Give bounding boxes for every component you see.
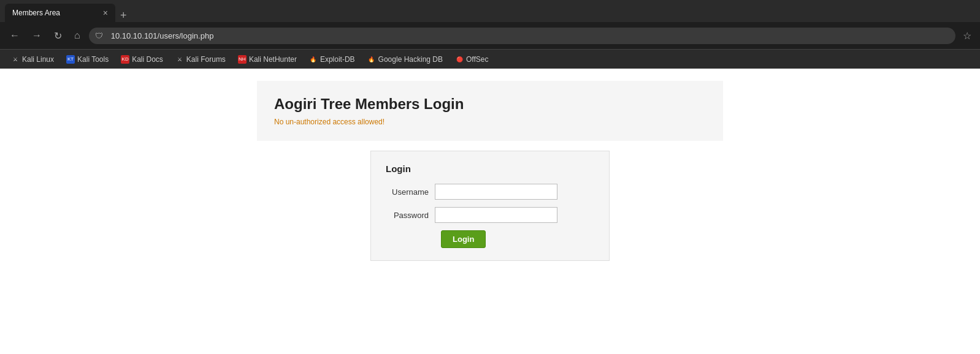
login-box: Login Username Password Login [370,151,610,261]
bookmark-kali-tools[interactable]: KT Kali Tools [61,53,113,66]
bookmark-label-kali-nethunter: Kali NetHunter [249,55,297,64]
active-tab[interactable]: Members Area × [5,4,115,22]
password-label: Password [386,211,435,220]
reload-button[interactable]: ↻ [50,28,66,44]
login-button[interactable]: Login [441,230,486,248]
address-bar-wrapper: 🛡 [89,28,955,44]
bookmark-star-button[interactable]: ☆ [960,28,974,44]
bookmark-favicon-kali-forums: ⚔ [175,55,184,64]
bookmark-favicon-kali-tools: KT [66,55,75,64]
bookmark-kali-linux[interactable]: ⚔ Kali Linux [6,53,59,66]
bookmarks-bar: ⚔ Kali Linux KT Kali Tools KD Kali Docs … [0,49,980,69]
bookmark-label-exploit-db: Exploit-DB [320,55,355,64]
bookmark-exploit-db[interactable]: 🔥 Exploit-DB [304,53,360,66]
page-subtitle: No un-authorized access allowed! [274,118,706,126]
bookmark-label-kali-forums: Kali Forums [186,55,226,64]
tab-strip: Members Area × + [5,0,132,22]
bookmark-favicon-google-hacking: 🔥 [367,55,376,64]
username-label: Username [386,187,435,197]
bookmark-label-kali-linux: Kali Linux [22,55,54,64]
home-button[interactable]: ⌂ [71,28,84,43]
password-input[interactable] [435,207,557,223]
address-input[interactable] [89,28,955,44]
form-button-row: Login [386,230,594,248]
bookmark-label-offsec: OffSec [466,55,488,64]
forward-button[interactable]: → [28,28,45,43]
bookmark-offsec[interactable]: 🔴 OffSec [450,53,493,66]
bookmark-kali-nethunter[interactable]: NH Kali NetHunter [233,53,302,66]
bookmark-favicon-kali-docs: KD [121,55,129,64]
bookmark-kali-docs[interactable]: KD Kali Docs [116,53,168,66]
bookmark-kali-forums[interactable]: ⚔ Kali Forums [170,53,231,66]
username-input[interactable] [435,184,557,200]
password-row: Password [386,207,594,223]
username-row: Username [386,184,594,200]
page-content: Aogiri Tree Members Login No un-authoriz… [0,69,980,354]
tab-close-button[interactable]: × [103,8,108,18]
bookmark-favicon-offsec: 🔴 [455,55,464,64]
bookmark-label-google-hacking: Google Hacking DB [378,55,443,64]
bookmark-favicon-kali-nethunter: NH [238,55,247,64]
page-title: Aogiri Tree Members Login [274,96,706,113]
bookmark-google-hacking[interactable]: 🔥 Google Hacking DB [362,53,448,66]
bookmark-label-kali-tools: Kali Tools [77,55,109,64]
browser-titlebar: Members Area × + [0,0,980,22]
bookmark-label-kali-docs: Kali Docs [132,55,163,64]
page-header-section: Aogiri Tree Members Login No un-authoriz… [257,81,723,141]
bookmark-favicon-exploit-db: 🔥 [309,55,318,64]
browser-toolbar: ← → ↻ ⌂ 🛡 ☆ [0,22,980,49]
back-button[interactable]: ← [6,28,23,43]
shield-icon: 🛡 [95,31,103,40]
bookmark-favicon-kali-linux: ⚔ [11,55,20,64]
new-tab-button[interactable]: + [115,9,132,22]
tab-title: Members Area [12,9,60,17]
login-box-title: Login [386,164,594,174]
